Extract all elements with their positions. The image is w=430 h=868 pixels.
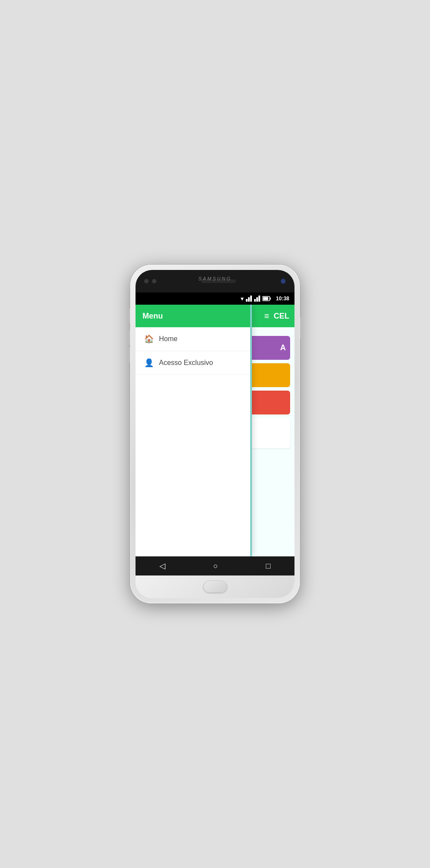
physical-home-button[interactable]	[203, 581, 227, 593]
drawer-item-home-label: Home	[159, 335, 178, 343]
signal-icon	[246, 296, 252, 302]
phone-device: SAMSUNG ▾	[130, 265, 300, 603]
svg-rect-8	[263, 297, 268, 300]
wifi-icon: ▾	[241, 295, 244, 302]
home-icon: 🏠	[144, 334, 154, 344]
app-area: ≡ CEL A f	[136, 305, 294, 556]
back-button[interactable]: ◁	[159, 561, 165, 571]
drawer-title: Menu	[142, 312, 163, 321]
sensor-dot-2	[152, 279, 156, 283]
drawer-edge	[250, 305, 252, 556]
drawer-panel: Menu 🏠 Home 👤 Acesso Exclusivo	[136, 305, 250, 556]
status-icons: ▾ 10:38	[241, 295, 289, 302]
svg-rect-7	[270, 298, 271, 300]
phone-screen: ▾ 10:38	[136, 270, 294, 598]
signal-icon-2	[254, 296, 260, 302]
bottom-bezel	[136, 575, 294, 598]
status-bar: ▾ 10:38	[136, 293, 294, 305]
svg-marker-2	[250, 296, 252, 302]
home-nav-button[interactable]: ○	[213, 562, 218, 571]
svg-marker-0	[246, 299, 248, 302]
person-icon: 👤	[144, 358, 154, 368]
drawer-header: Menu	[136, 305, 250, 327]
drawer-overlay: Menu 🏠 Home 👤 Acesso Exclusivo	[136, 305, 294, 556]
bottom-nav: ◁ ○ □	[136, 556, 294, 575]
drawer-item-acesso-label: Acesso Exclusivo	[159, 359, 213, 367]
front-camera	[281, 279, 286, 284]
brand-label: SAMSUNG	[198, 276, 232, 281]
svg-marker-4	[256, 297, 258, 302]
sensor-dot	[144, 279, 149, 283]
drawer-item-acesso[interactable]: 👤 Acesso Exclusivo	[136, 351, 250, 375]
svg-marker-1	[248, 297, 250, 302]
clock: 10:38	[276, 296, 289, 302]
top-bezel	[136, 270, 294, 293]
drawer-menu-items: 🏠 Home 👤 Acesso Exclusivo	[136, 327, 250, 556]
top-sensors	[144, 279, 156, 283]
battery-icon	[262, 296, 271, 301]
svg-marker-3	[254, 299, 256, 302]
recent-apps-button[interactable]: □	[266, 562, 271, 571]
svg-marker-5	[258, 296, 260, 302]
drawer-item-home[interactable]: 🏠 Home	[136, 327, 250, 351]
